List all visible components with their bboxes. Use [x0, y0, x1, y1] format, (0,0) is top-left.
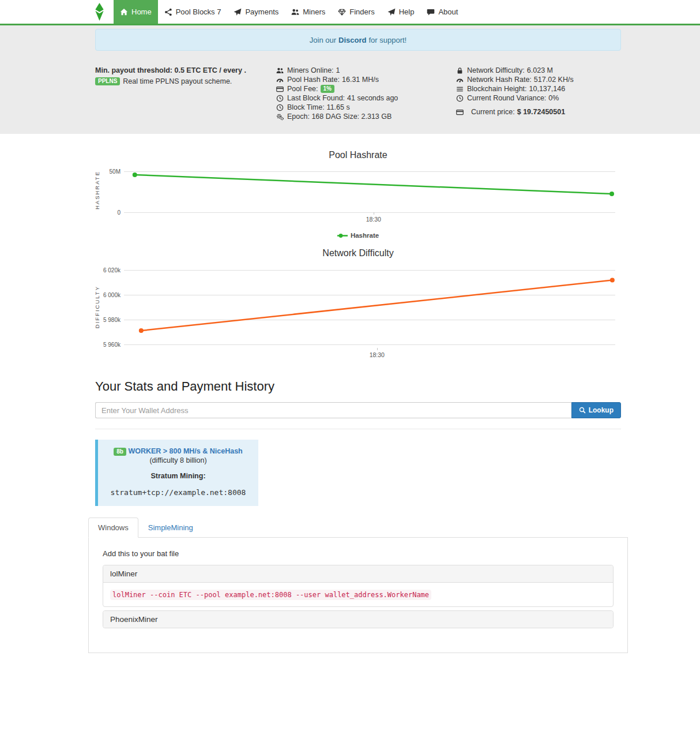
chart-title: Pool Hashrate — [88, 150, 628, 160]
panel-header-phoenixminer[interactable]: PhoenixMiner — [103, 611, 613, 628]
series-line — [124, 168, 615, 212]
comment-icon — [427, 8, 435, 16]
series-line — [124, 267, 615, 348]
gem-icon — [338, 8, 346, 16]
card-icon — [276, 85, 284, 93]
stat-pool-fee: Pool Fee:1% — [276, 84, 456, 93]
bat-instruction: Add this to your bat file — [103, 549, 614, 558]
nav-item-about[interactable]: About — [420, 0, 464, 24]
worker-title: WORKER > 800 MH/s & NiceHash — [128, 447, 242, 455]
navbar-items: HomePool Blocks 7PaymentsMinersFindersHe… — [114, 0, 464, 24]
worker-subtitle: (difficulty 8 billion) — [101, 456, 255, 464]
payout-scheme: Real time PPLNS payout scheme. — [123, 77, 232, 86]
stat-current-price: Current price:$ 19.72450501 — [456, 107, 621, 117]
stratum-label: Stratum Mining: — [101, 472, 255, 480]
lookup-button[interactable]: Lookup — [571, 402, 621, 418]
lock-icon — [456, 67, 464, 74]
y-tick-label: 5 960k — [103, 341, 121, 347]
x-tick-label: 18:30 — [370, 351, 385, 358]
bars-icon — [456, 85, 464, 93]
stat-blockchain-height: Blockchain Height:10,137,146 — [456, 84, 621, 93]
y-axis-label: DIFFICULTY — [93, 267, 101, 348]
nav-item-pool-blocks-7[interactable]: Pool Blocks 7 — [158, 0, 228, 24]
nav-item-miners[interactable]: Miners — [285, 0, 332, 24]
divider — [95, 429, 621, 429]
nav-item-payments[interactable]: Payments — [227, 0, 285, 24]
nav-item-home[interactable]: Home — [114, 0, 158, 24]
users-icon — [291, 8, 299, 16]
stratum-url: stratum+tcp://example.net:8008 — [101, 488, 255, 497]
tacho-icon — [276, 76, 284, 84]
fee-badge: 1% — [321, 85, 334, 93]
plot-area — [124, 168, 615, 212]
stats-grid: Min. payout threshold: 0.5 ETC ETC / eve… — [88, 66, 628, 121]
tab-panel-windows: Add this to your bat file lolMinerlolMin… — [88, 537, 628, 653]
stat-block-time: Block Time:11.65 s — [276, 103, 456, 112]
y-tick-label: 50M — [110, 168, 121, 174]
data-point — [133, 173, 137, 177]
clock-icon — [276, 95, 284, 102]
brand-logo[interactable] — [88, 0, 114, 24]
discord-banner: Join our Discord for support! — [95, 29, 621, 51]
stat-miners-online: Miners Online:1 — [276, 66, 456, 75]
miner-panel-lolminer: lolMinerlolMiner --coin ETC --pool examp… — [103, 565, 614, 607]
stat-network-difficulty: Network Difficulty:6.023 M — [456, 66, 621, 75]
y-tick-label: 6 000k — [103, 292, 121, 298]
search-icon — [579, 407, 586, 414]
nav-item-help[interactable]: Help — [381, 0, 421, 24]
pool-stats: Miners Online:1Pool Hash Rate:16.31 MH/s… — [276, 66, 456, 121]
navbar: HomePool Blocks 7PaymentsMinersFindersHe… — [0, 0, 700, 25]
clock-icon — [456, 95, 464, 102]
x-axis: 18:30 — [124, 212, 615, 226]
clock-icon — [276, 104, 284, 111]
card-icon — [456, 108, 464, 116]
chart-title: Network Difficulty — [88, 248, 628, 258]
difficulty-badge: 8b — [114, 448, 126, 456]
panel-header-lolminer[interactable]: lolMiner — [103, 565, 613, 582]
tab-simplemining[interactable]: SimpleMining — [138, 518, 203, 538]
payout-threshold: Min. payout threshold: 0.5 ETC ETC / eve… — [95, 66, 276, 75]
x-tick-label: 18:30 — [366, 216, 381, 223]
home-icon — [120, 8, 128, 16]
data-point — [609, 192, 614, 196]
share-icon — [164, 8, 172, 16]
legend-marker — [337, 233, 348, 238]
miner-panel-phoenixminer: PhoenixMiner — [103, 610, 614, 628]
data-point — [610, 278, 615, 283]
x-axis: 18:30 — [124, 348, 615, 362]
x-tick — [377, 348, 378, 350]
chart-legend: Hashrate — [88, 232, 628, 239]
y-tick-label: 5 980k — [103, 316, 121, 323]
plot-area — [124, 267, 615, 348]
etc-logo-icon — [94, 3, 105, 21]
pplns-badge: PPLNS — [95, 77, 120, 85]
data-point — [139, 328, 144, 333]
cogs-icon — [276, 113, 284, 121]
nav-item-finders[interactable]: Finders — [332, 0, 381, 24]
plane-icon — [387, 8, 396, 16]
miner-panels: lolMinerlolMiner --coin ETC --pool examp… — [103, 565, 614, 628]
worker-info-box: 8b WORKER > 800 MH/s & NiceHash (difficu… — [95, 440, 258, 506]
stat-current-round-variance: Current Round Variance:0% — [456, 93, 621, 103]
stat-last-block-found: Last Block Found:41 seconds ago — [276, 93, 456, 103]
stat-pool-hash-rate: Pool Hash Rate:16.31 MH/s — [276, 75, 456, 84]
tab-windows[interactable]: Windows — [88, 518, 138, 538]
wallet-address-input[interactable] — [95, 402, 571, 418]
stats-heading: Your Stats and Payment History — [95, 379, 621, 394]
network-stats: Network Difficulty:6.023 MNetwork Hash R… — [456, 66, 621, 117]
pool-hashrate-chart: Pool HashrateHASHRATE50M018:30Hashrate — [88, 150, 628, 239]
legend-item: Hashrate — [337, 232, 379, 239]
x-tick — [374, 212, 374, 215]
stat-epoch-168-dag-size-2-313-gb: Epoch: 168 DAG Size: 2.313 GB — [276, 112, 456, 121]
stat-network-hash-rate: Network Hash Rate:517.02 KH/s — [456, 75, 621, 84]
y-tick-label: 6 020k — [103, 267, 121, 273]
payout-info: Min. payout threshold: 0.5 ETC ETC / eve… — [95, 66, 276, 86]
wallet-lookup: Lookup — [95, 402, 621, 418]
users-icon — [276, 67, 284, 74]
stats-strip: Join our Discord for support! Min. payou… — [0, 25, 700, 134]
plane-icon — [234, 8, 242, 16]
panel-body: lolMiner --coin ETC --pool example.net:8… — [103, 582, 613, 606]
discord-link[interactable]: Discord — [338, 36, 366, 44]
banner-text-prefix: Join our — [310, 36, 336, 44]
network-difficulty-chart: Network DifficultyDIFFICULTY6 020k6 000k… — [88, 248, 628, 362]
